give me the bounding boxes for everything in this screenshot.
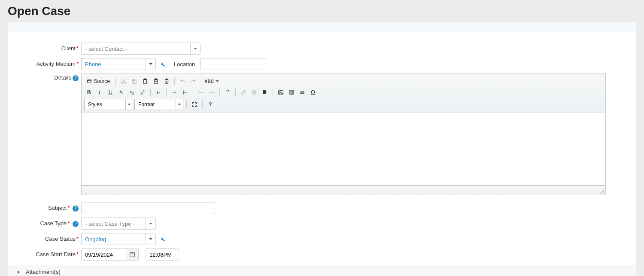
toolbar-separator [202,101,203,108]
numbered-list-icon[interactable] [170,88,179,97]
format-select[interactable] [134,99,183,110]
case-status-input[interactable] [81,233,146,245]
svg-rect-3 [134,80,136,84]
required-marker: * [67,205,70,211]
chevron-down-icon [149,63,152,65]
bullet-list-icon[interactable] [180,88,190,97]
client-caret[interactable] [190,43,200,55]
triangle-right-icon [18,270,20,274]
label-activity-medium: Activity Medium* [12,58,81,67]
activity-medium-select[interactable] [81,58,156,70]
maximize-icon[interactable] [190,100,199,109]
case-type-caret[interactable] [146,218,156,230]
date-input-group [81,248,139,261]
styles-input[interactable] [84,99,125,110]
image-icon[interactable] [276,88,286,97]
wrench-icon[interactable] [158,61,166,67]
editor-toolbar: Source ABC B [82,74,605,113]
case-status-caret[interactable] [146,233,156,245]
svg-point-11 [183,92,183,92]
activity-medium-caret[interactable] [146,58,156,70]
wrench-icon[interactable] [158,236,166,242]
strike-icon[interactable]: S [116,88,126,97]
blockquote-icon[interactable]: ” [223,88,232,97]
case-status-select[interactable] [81,233,156,245]
row-client: Client* [12,43,632,55]
case-type-select[interactable] [81,218,156,230]
link-icon[interactable] [239,88,248,97]
client-select[interactable] [81,43,200,55]
paste-icon[interactable] [140,77,150,86]
outdent-icon[interactable] [196,88,206,97]
undo-icon[interactable] [178,77,187,86]
svg-point-1 [122,82,123,83]
toolbar-separator [150,89,151,96]
indent-icon[interactable] [207,88,216,97]
row-case-start-date: Case Start Date* [12,248,632,261]
horizontal-rule-icon[interactable] [298,88,307,97]
format-caret[interactable] [176,99,183,110]
toolbar-separator [219,89,220,96]
required-marker: * [76,236,79,242]
about-icon[interactable]: ? [206,100,215,109]
label-case-type: Case Type* ? [12,218,81,227]
toolbar-separator [186,101,187,108]
underline-icon[interactable]: U [106,88,115,97]
help-icon[interactable]: ? [73,205,79,212]
remove-format-icon[interactable]: Ix [154,88,163,97]
copy-icon[interactable] [130,77,139,86]
svg-point-12 [183,94,183,94]
row-activity-medium: Activity Medium* Location [12,58,632,70]
help-icon[interactable]: ? [73,75,79,81]
paste-word-icon[interactable] [162,77,171,86]
help-icon[interactable]: ? [73,221,79,227]
location-input[interactable] [200,58,266,70]
bold-icon[interactable]: B [84,88,94,97]
page-title: Open Case [0,0,644,22]
resize-handle-icon[interactable] [600,190,605,194]
calendar-button[interactable] [126,248,139,261]
date-input[interactable] [81,248,126,261]
time-input[interactable] [146,248,179,261]
paste-text-icon[interactable] [151,77,161,86]
styles-select[interactable] [84,99,133,110]
toolbar-separator [193,89,193,96]
attachments-label: Attachment(s) [26,269,61,275]
format-input[interactable] [134,99,176,110]
redo-icon[interactable] [188,77,198,86]
toolbar-separator [115,77,116,85]
spellcheck-caret[interactable] [215,77,219,86]
special-char-icon[interactable]: Ω [308,88,318,97]
row-subject: Subject* ? [12,202,632,214]
client-input[interactable] [81,43,190,55]
styles-caret[interactable] [125,99,133,110]
panel-header-strip [8,22,636,32]
case-type-input[interactable] [81,218,146,230]
source-label: Source [94,78,110,84]
chevron-down-icon [178,104,181,105]
anchor-icon[interactable] [260,88,270,97]
unlink-icon[interactable] [249,88,259,97]
cut-icon[interactable] [119,77,128,86]
row-details: Details? Source [12,74,632,195]
toolbar-separator [235,89,236,96]
source-button[interactable]: Source [84,77,112,86]
chevron-down-icon [216,80,219,82]
svg-rect-0 [88,80,91,83]
attachments-toggle[interactable]: Attachment(s) [8,265,636,276]
rich-text-editor: Source ABC B [81,74,606,195]
calendar-icon [129,251,135,258]
table-icon[interactable] [287,88,296,97]
editor-footer [82,185,605,195]
italic-icon[interactable]: I [95,88,104,97]
label-details: Details? [12,74,81,81]
label-client: Client* [12,43,81,52]
required-marker: * [76,251,79,258]
subject-input[interactable] [81,202,215,214]
activity-medium-input[interactable] [81,58,146,70]
editor-body[interactable] [82,113,605,185]
spellcheck-icon[interactable]: ABC [204,77,214,86]
toolbar-separator [273,89,273,96]
superscript-icon[interactable]: x2 [138,88,147,97]
subscript-icon[interactable]: x2 [127,88,137,97]
